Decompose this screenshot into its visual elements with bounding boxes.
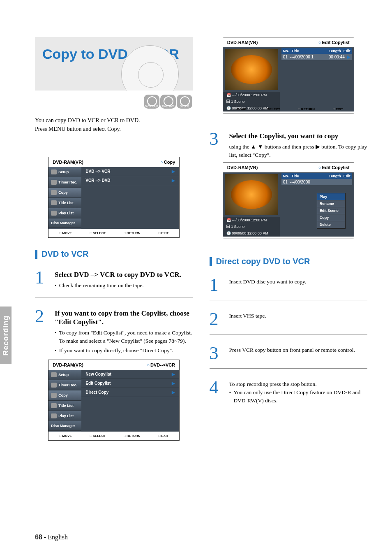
section-direct-copy: Direct copy DVD to VCR (210, 257, 368, 266)
osd-mode: DVD-->VCR (147, 362, 175, 367)
intro-line1: You can copy DVD to VCR or VCR to DVD. (35, 117, 140, 123)
page-number: 68 (35, 534, 42, 541)
step-number-icon: 2 (35, 307, 49, 356)
osd-context-menu: Play Rename Edit Scene Copy Delete (317, 193, 346, 229)
osd-edit-copylist-context: DVD-RAM(VR) Edit Copylist 📅 ---/00/2000 … (223, 162, 354, 239)
step-number-icon: 3 (210, 344, 224, 362)
context-edit-scene: Edit Scene (317, 207, 345, 214)
step-number-icon: 1 (210, 276, 224, 294)
step-2-bullet-1: To copy from "Edit Copylist", you need t… (55, 329, 193, 345)
osd-table-row: 01 ---/00/2000 (281, 179, 352, 185)
disc-badge-r: DVD-R (177, 95, 192, 109)
osd-device: DVD-RAM(VR) (227, 40, 258, 45)
side-tab: Recording (0, 307, 12, 364)
direct-step-4-bullet: You can only use the Direct Copy feature… (229, 388, 368, 404)
osd-meta-date: 📅 ---/00/2000 12:00 PM (223, 217, 280, 223)
direct-step-4-text: To stop recording press the stop button. (229, 380, 368, 388)
page-language: English (48, 534, 68, 541)
osd-item-vcr-dvd: VCR --> DVD▶ (81, 176, 179, 185)
separator (210, 412, 368, 412)
direct-step-2-text: Insert VHS tape. (229, 312, 368, 320)
osd-side-copy: Copy (48, 188, 81, 198)
osd-item-dvd-vcr: DVD --> VCR▶ (81, 167, 179, 176)
up-down-arrow-icon: ▲ ▼ (251, 143, 263, 151)
osd-side-play: Play List (48, 208, 81, 218)
direct-step-1: 1 Insert DVD disc you want to copy. (210, 276, 368, 294)
intro-text: You can copy DVD to VCR or VCR to DVD. P… (35, 116, 193, 133)
osd-side-play: Play List (48, 411, 81, 421)
page-footer: 68 - English (35, 534, 68, 541)
osd-mode: Edit Copylist (318, 165, 350, 170)
direct-step-1-text: Insert DVD disc you want to copy. (229, 278, 368, 286)
step-2: 2 If you want to copy from the Copylist,… (35, 307, 193, 356)
separator (210, 334, 368, 334)
separator (210, 300, 368, 300)
step-1-bullet: Check the remaining time on the tape. (55, 281, 193, 290)
section-title: DVD to VCR (42, 249, 88, 259)
osd-table-row: 01 ---/00/2000 1 00:00:44 ▶ (281, 54, 352, 60)
osd-thumbnail (225, 49, 278, 90)
context-delete: Delete (317, 221, 345, 228)
direct-step-3-text: Press VCR copy button on front panel or … (229, 346, 368, 354)
osd-side-title: Title List (48, 401, 81, 411)
context-rename: Rename (317, 200, 345, 207)
context-copy: Copy (317, 214, 345, 221)
section-title: Direct copy DVD to VCR (216, 257, 310, 266)
step-2-bullet-2: If you want to copy directly, choose "Di… (55, 346, 193, 355)
osd-table-head: No. Title Length Edit (281, 173, 352, 179)
osd-copy-menu: DVD-RAM(VR) Copy Setup Timer Rec. Copy T… (48, 157, 180, 238)
osd-side-setup: Setup (48, 167, 81, 177)
osd-item-edit-copylist: Edit Copylist▶ (81, 379, 179, 388)
step-3: 3 Select the Copylist, you want to copy … (210, 130, 368, 159)
banner: Copy to DVD or VCR (35, 37, 193, 91)
step-number-icon: 4 (210, 379, 224, 406)
separator (35, 145, 193, 145)
osd-meta-date: 📅 ---/00/2000 12:00 PM (223, 92, 280, 98)
osd-dvd-vcr-menu: DVD-RAM(VR) DVD-->VCR Setup Timer Rec. C… (48, 360, 180, 441)
osd-meta-clock: 🕐 00/00/00 12:00:00 PM (223, 230, 280, 237)
osd-side-title: Title List (48, 198, 81, 208)
step-number-icon: 3 (210, 130, 224, 159)
direct-step-4: 4 To stop recording press the stop butto… (210, 379, 368, 406)
osd-item-new-copylist: New Copylist▶ (81, 370, 179, 379)
osd-device: DVD-RAM(VR) (53, 160, 83, 165)
osd-device: DVD-RAM(VR) (53, 362, 83, 367)
osd-side-disc: Disc Manager (48, 218, 81, 228)
separator (35, 297, 193, 297)
osd-mode: Edit Copylist (318, 40, 350, 45)
disc-badge-rw: DVD-RW (160, 95, 176, 109)
right-arrow-icon: ▶ (316, 143, 320, 151)
osd-side-disc: Disc Manager (48, 421, 81, 431)
osd-meta-scene: 🎞 1 Scene (223, 223, 280, 230)
step-3-body: using the ▲ ▼ buttons and then press ▶ b… (229, 143, 368, 159)
step-2-title: If you want to copy from the Copylist, c… (55, 309, 193, 327)
separator (210, 368, 368, 369)
osd-footer: MOVE SELECT RETURN EXIT (48, 432, 179, 440)
osd-side-timer: Timer Rec. (48, 177, 81, 188)
direct-step-3: 3 Press VCR copy button on front panel o… (210, 344, 368, 362)
intro-line2: Press MENU button and select Copy. (35, 126, 121, 132)
osd-edit-copylist: DVD-RAM(VR) Edit Copylist 📅 ---/00/2000 … (223, 37, 354, 114)
osd-side-copy: Copy (48, 390, 81, 401)
section-dvd-to-vcr: DVD to VCR (35, 249, 193, 259)
separator (210, 120, 368, 120)
separator (210, 245, 368, 245)
osd-meta-scene: 🎞 1 Scene (223, 98, 280, 105)
osd-side-timer: Timer Rec. (48, 380, 81, 390)
direct-step-2: 2 Insert VHS tape. (210, 310, 368, 328)
step-1-title: Select DVD –> VCR to copy DVD to VCR. (55, 270, 193, 279)
osd-device: DVD-RAM(VR) (227, 165, 258, 170)
osd-table-head: No. Title Length Edit (281, 48, 352, 54)
disc-badges: DVD-RAM DVD-RW DVD-R (35, 95, 192, 109)
disc-badge-ram: DVD-RAM (144, 95, 159, 109)
step-3-title: Select the Copylist, you want to copy (229, 132, 368, 140)
step-1: 1 Select DVD –> VCR to copy DVD to VCR. … (35, 269, 193, 291)
osd-item-direct-copy: Direct Copy▶ (81, 388, 179, 397)
context-play: Play (317, 193, 345, 200)
osd-footer: MOVE SELECT RETURN EXIT (48, 229, 179, 237)
osd-thumbnail (225, 174, 278, 215)
osd-side-setup: Setup (48, 370, 81, 380)
osd-mode: Copy (160, 160, 175, 165)
step-number-icon: 2 (210, 310, 224, 328)
side-tab-label: Recording (2, 315, 10, 355)
